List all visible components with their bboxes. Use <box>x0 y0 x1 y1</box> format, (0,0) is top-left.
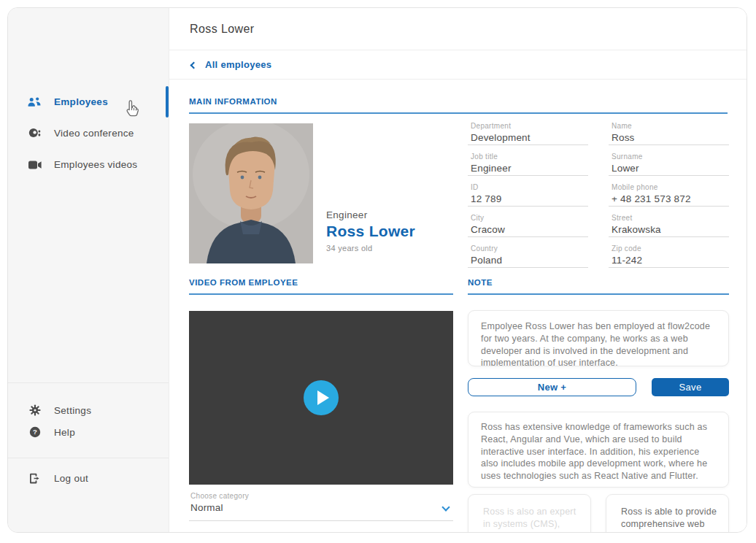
field-label: ID <box>471 183 588 191</box>
field-value: + 48 231 573 872 <box>612 193 729 204</box>
logout-icon <box>28 473 42 484</box>
field-department[interactable]: Department Development <box>468 121 588 145</box>
sidebar-secondary-nav: Settings ? Help <box>8 382 169 458</box>
chevron-left-icon <box>190 61 198 69</box>
employee-age: 34 years old <box>326 244 415 253</box>
field-label: Department <box>471 122 588 130</box>
breadcrumb-label: All employees <box>205 59 271 70</box>
active-indicator <box>166 86 169 118</box>
field-name[interactable]: Name Ross <box>609 121 729 145</box>
field-value: Lower <box>612 163 729 174</box>
field-city[interactable]: City Cracow <box>468 213 588 237</box>
employees-icon <box>28 96 42 108</box>
video-player <box>189 311 453 485</box>
sidebar-item-employees-videos[interactable]: Employees videos <box>8 149 169 180</box>
content: MAIN INFORMATION <box>169 80 747 532</box>
field-surname[interactable]: Surname Lower <box>609 152 729 176</box>
sidebar-item-label: Settings <box>54 405 91 416</box>
sidebar: Employees Video conference <box>8 8 169 532</box>
sidebar-item-label: Employees <box>54 96 108 107</box>
sidebar-item-label: Help <box>54 427 75 438</box>
category-label: Choose category <box>190 492 453 500</box>
sidebar-logout-section: Log out <box>8 458 169 532</box>
sidebar-item-logout[interactable]: Log out <box>8 467 169 489</box>
field-label: Mobile phone <box>612 183 729 191</box>
note-textarea-3[interactable]: Ross is also an expert in systems (CMS),… <box>468 494 591 533</box>
field-mobile-phone[interactable]: Mobile phone + 48 231 573 872 <box>609 182 729 207</box>
field-job-title[interactable]: Job title Engineer <box>468 152 588 176</box>
category-dropdown[interactable]: Choose category Normal <box>189 492 453 521</box>
category-value: Normal <box>190 502 453 513</box>
sidebar-nav: Employees Video conference <box>8 8 169 180</box>
save-button[interactable]: Save <box>652 378 729 396</box>
field-country[interactable]: Country Poland <box>468 244 588 268</box>
sidebar-item-settings[interactable]: Settings <box>8 399 169 421</box>
app-window: Employees Video conference <box>7 7 747 533</box>
note-textarea-4[interactable]: Ross is able to provide comprehensive we… <box>606 494 729 533</box>
section-title-video-from-employee: VIDEO FROM EMPLOYEE <box>189 278 453 295</box>
field-label: Zip code <box>612 244 729 253</box>
sidebar-item-label: Log out <box>54 473 88 484</box>
employee-photo <box>189 123 313 263</box>
field-label: Name <box>612 122 729 130</box>
sidebar-item-employees[interactable]: Employees <box>8 86 169 118</box>
field-value: 11-242 <box>612 255 729 266</box>
video-conference-icon <box>28 128 42 139</box>
field-value: 12 789 <box>471 193 588 204</box>
breadcrumb-bar: All employees <box>169 50 747 80</box>
svg-text:?: ? <box>32 428 36 436</box>
field-id[interactable]: ID 12 789 <box>468 182 588 207</box>
field-label: Country <box>471 244 588 253</box>
help-icon: ? <box>28 426 42 438</box>
new-note-button[interactable]: New + <box>468 378 636 396</box>
field-value: Engineer <box>471 163 588 174</box>
sidebar-item-label: Employees videos <box>54 159 137 170</box>
breadcrumb-back-link[interactable]: All employees <box>191 59 271 70</box>
main-area: Ross Lower All employees MAIN INFORMATIO… <box>169 8 747 532</box>
page-header: Ross Lower <box>169 8 747 50</box>
note-textarea-2[interactable]: Ross has extensive knowledge of framewor… <box>468 412 729 488</box>
sidebar-item-help[interactable]: ? Help <box>8 421 169 443</box>
employee-full-name: Ross Lower <box>326 223 415 240</box>
page-title: Ross Lower <box>190 23 254 36</box>
field-street[interactable]: Street Krakowska <box>609 213 729 237</box>
field-zip-code[interactable]: Zip code 11-242 <box>609 244 729 268</box>
employee-fields: Department Development Name Ross Job tit… <box>468 121 729 274</box>
play-icon <box>317 390 329 405</box>
field-label: City <box>471 214 588 222</box>
field-label: Street <box>612 214 729 222</box>
field-label: Job title <box>471 153 588 161</box>
sidebar-item-label: Video conference <box>54 128 134 139</box>
sidebar-item-video-conference[interactable]: Video conference <box>8 118 169 149</box>
field-value: Poland <box>471 255 588 266</box>
employee-summary: Engineer Ross Lower 34 years old <box>326 209 415 253</box>
section-title-main-information: MAIN INFORMATION <box>189 97 728 114</box>
section-title-note: NOTE <box>468 278 729 295</box>
gear-icon <box>28 404 42 416</box>
field-value: Cracow <box>471 224 588 235</box>
employees-videos-icon <box>28 161 42 169</box>
field-value: Krakowska <box>612 224 729 235</box>
note-textarea-1[interactable]: Empolyee Ross Lower has ben employed at … <box>468 310 729 366</box>
field-value: Development <box>471 132 588 143</box>
play-button[interactable] <box>304 380 339 415</box>
field-value: Ross <box>612 132 729 143</box>
employee-job-title: Engineer <box>326 209 415 220</box>
field-label: Surname <box>612 153 729 161</box>
